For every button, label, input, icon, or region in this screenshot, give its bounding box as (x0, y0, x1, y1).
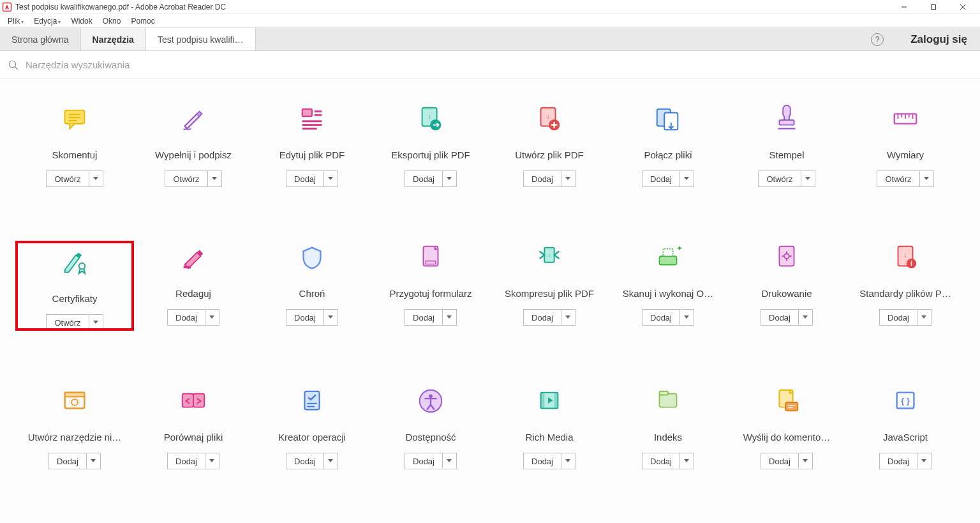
tool-action-button[interactable]: Otwórz (46, 314, 103, 331)
tool-label: Porównaj pliki (164, 432, 223, 443)
menu-widok[interactable]: Widok (67, 15, 96, 27)
tool-action-button[interactable]: Otwórz (877, 171, 933, 187)
tool-action-dropdown[interactable] (323, 171, 338, 186)
tool-js: JavaScriptDodaj (846, 384, 965, 469)
tool-action-dropdown[interactable] (442, 453, 456, 469)
tool-action-label: Dodaj (642, 171, 679, 186)
tool-label: Standardy plików P… (859, 288, 951, 299)
tool-action-dropdown[interactable] (679, 310, 694, 325)
cert-icon (60, 246, 89, 279)
standards-icon (891, 241, 920, 274)
customtool-icon (60, 384, 89, 418)
top-tab-row: Strona główna Narzędzia Test podpisu kwa… (0, 28, 980, 51)
tool-action-button[interactable]: Dodaj (642, 453, 694, 469)
tool-label: Indeks (654, 432, 682, 443)
tool-action-button[interactable]: Dodaj (761, 453, 813, 469)
tool-editpdf: Edytuj plik PDFDodaj (253, 102, 371, 187)
search-icon (8, 59, 19, 71)
tool-action-dropdown[interactable] (561, 453, 575, 469)
tool-label: Utwórz plik PDF (515, 149, 584, 160)
tool-action-dropdown[interactable] (205, 453, 219, 469)
combine-icon (653, 102, 683, 135)
tab-tools[interactable]: Narzędzia (81, 28, 146, 50)
tool-action-dropdown[interactable] (205, 310, 219, 325)
create-icon (535, 102, 564, 135)
tool-print: DrukowanieDodaj (727, 241, 846, 331)
tool-action-dropdown[interactable] (798, 310, 812, 325)
tool-action-dropdown[interactable] (917, 310, 931, 325)
menu-edycja[interactable]: Edycja▾ (30, 15, 64, 27)
help-icon[interactable]: ? (871, 33, 884, 46)
compare-icon (179, 384, 208, 418)
tool-action-dropdown[interactable] (323, 310, 338, 325)
tool-action-dropdown[interactable] (89, 171, 103, 186)
tool-action-dropdown[interactable] (801, 171, 815, 186)
tool-action-dropdown[interactable] (917, 453, 931, 469)
tool-action-dropdown[interactable] (561, 171, 575, 186)
close-button[interactable] (948, 0, 977, 14)
tool-action-button[interactable]: Dodaj (405, 171, 457, 187)
tool-label: Przygotuj formularz (389, 288, 471, 299)
tool-action-button[interactable]: Dodaj (286, 309, 338, 326)
tool-action-dropdown[interactable] (442, 310, 456, 325)
tool-action-button[interactable]: Dodaj (48, 453, 101, 469)
tool-action-button[interactable]: Dodaj (405, 309, 457, 326)
tool-label: Chroń (299, 288, 325, 299)
tool-protect: ChrońDodaj (253, 241, 371, 331)
tool-action-button[interactable]: Dodaj (523, 309, 575, 326)
tool-label: Połącz pliki (644, 149, 692, 160)
tool-action-button[interactable]: Dodaj (642, 309, 694, 326)
tool-action-button[interactable]: Otwórz (758, 171, 815, 187)
tool-action-dropdown[interactable] (323, 453, 338, 469)
tool-label: Wymiary (887, 149, 924, 160)
tool-label: Rich Media (525, 432, 573, 443)
login-link[interactable]: Zaloguj się (898, 28, 980, 50)
tool-action-dropdown[interactable] (561, 310, 575, 325)
tool-fillsign: Wypełnij i podpiszOtwórz (134, 102, 253, 187)
tool-action-button[interactable]: Dodaj (642, 171, 694, 187)
menu-bar: Plik▾Edycja▾WidokOknoPomoc (0, 14, 980, 28)
tool-action-dropdown[interactable] (89, 315, 103, 330)
tool-action-label: Dodaj (761, 453, 798, 469)
tab-home[interactable]: Strona główna (0, 28, 81, 50)
menu-okno[interactable]: Okno (99, 15, 125, 27)
tool-action-dropdown[interactable] (679, 453, 694, 469)
tool-action-button[interactable]: Dodaj (405, 453, 457, 469)
minimize-button[interactable] (889, 0, 919, 14)
tool-action-button[interactable]: Dodaj (286, 171, 338, 187)
tool-action-button[interactable]: Dodaj (879, 309, 932, 326)
title-bar: Test podpisu kwalifikowanego.pdf - Adobe… (0, 0, 980, 14)
tool-action-button[interactable]: Otwórz (46, 171, 103, 187)
menu-plik[interactable]: Plik▾ (4, 15, 27, 27)
tool-action-dropdown[interactable] (86, 453, 100, 469)
tool-action-button[interactable]: Dodaj (879, 453, 932, 469)
tool-sendcomm: Wyślij do komento…Dodaj (727, 384, 846, 469)
tool-action-label: Otwórz (47, 171, 88, 186)
tool-action-button[interactable]: Dodaj (286, 453, 338, 469)
tool-action-button[interactable]: Dodaj (523, 171, 575, 187)
maximize-button[interactable] (919, 0, 948, 14)
tool-action-button[interactable]: Dodaj (761, 309, 813, 326)
scanocr-icon (653, 241, 683, 274)
editpdf-icon (297, 102, 327, 135)
tool-action-button[interactable]: Dodaj (523, 453, 575, 469)
tool-action-button[interactable]: Dodaj (167, 453, 219, 469)
tool-label: JavaScript (883, 432, 928, 443)
tool-action-dropdown[interactable] (207, 171, 221, 186)
search-input[interactable] (26, 59, 281, 70)
tab-document[interactable]: Test podpisu kwalifi… (146, 28, 256, 50)
js-icon (891, 384, 920, 418)
tool-action-label: Dodaj (286, 310, 323, 325)
tool-access: DostępnośćDodaj (371, 384, 490, 469)
tool-action-button[interactable]: Dodaj (167, 309, 219, 326)
tool-action-dropdown[interactable] (798, 453, 812, 469)
tool-action-label: Dodaj (642, 310, 679, 325)
tool-action-dropdown[interactable] (679, 171, 694, 186)
tool-action-dropdown[interactable] (919, 171, 933, 186)
tool-action-button[interactable]: Otwórz (165, 171, 221, 187)
tool-action-dropdown[interactable] (442, 171, 456, 186)
tool-label: Drukowanie (761, 288, 812, 299)
search-row (0, 51, 980, 79)
access-icon (416, 384, 445, 418)
menu-pomoc[interactable]: Pomoc (127, 15, 158, 27)
